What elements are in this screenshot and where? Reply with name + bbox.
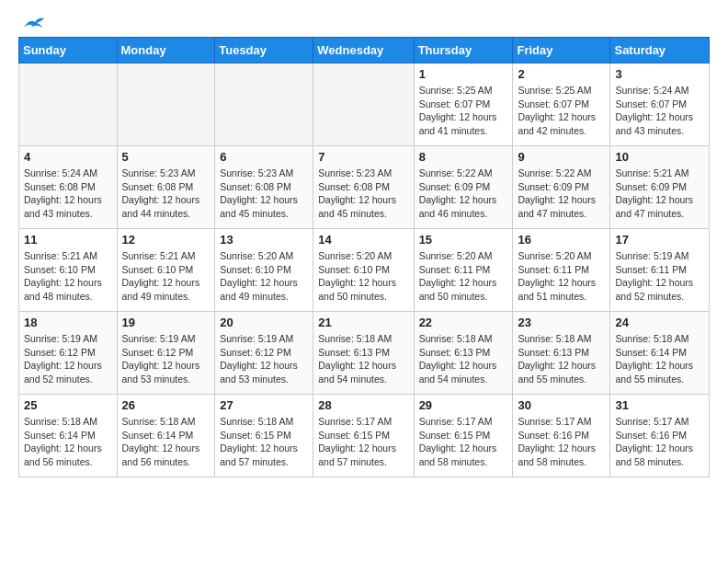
day-info: Sunrise: 5:19 AMSunset: 6:11 PMDaylight:… (615, 249, 704, 304)
day-number: 12 (122, 233, 210, 247)
day-of-week-header: Friday (513, 38, 610, 63)
day-info: Sunrise: 5:20 AMSunset: 6:11 PMDaylight:… (419, 249, 508, 304)
day-number: 7 (318, 150, 408, 164)
day-info: Sunrise: 5:19 AMSunset: 6:12 PMDaylight:… (122, 332, 210, 386)
day-number: 16 (518, 233, 605, 247)
calendar-day-cell: 28Sunrise: 5:17 AMSunset: 6:15 PMDayligh… (313, 395, 414, 477)
day-info: Sunrise: 5:20 AMSunset: 6:10 PMDaylight:… (318, 249, 408, 304)
calendar-day-cell: 31Sunrise: 5:17 AMSunset: 6:16 PMDayligh… (610, 395, 710, 477)
day-of-week-header: Saturday (610, 38, 710, 63)
day-info: Sunrise: 5:18 AMSunset: 6:13 PMDaylight:… (518, 332, 605, 386)
calendar-day-cell: 6Sunrise: 5:23 AMSunset: 6:08 PMDaylight… (215, 146, 313, 229)
day-number: 8 (419, 150, 508, 164)
day-number: 26 (122, 398, 210, 412)
day-info: Sunrise: 5:22 AMSunset: 6:09 PMDaylight:… (419, 167, 508, 221)
day-info: Sunrise: 5:21 AMSunset: 6:10 PMDaylight:… (24, 249, 112, 304)
calendar-day-cell: 10Sunrise: 5:21 AMSunset: 6:09 PMDayligh… (610, 146, 710, 229)
day-info: Sunrise: 5:17 AMSunset: 6:16 PMDaylight:… (518, 415, 605, 469)
calendar-day-cell (117, 63, 215, 146)
day-info: Sunrise: 5:23 AMSunset: 6:08 PMDaylight:… (220, 167, 308, 221)
day-number: 1 (419, 67, 508, 81)
calendar-day-cell: 8Sunrise: 5:22 AMSunset: 6:09 PMDaylight… (414, 146, 513, 229)
day-info: Sunrise: 5:17 AMSunset: 6:15 PMDaylight:… (318, 415, 408, 469)
day-info: Sunrise: 5:20 AMSunset: 6:10 PMDaylight:… (220, 249, 308, 304)
calendar-week-row: 25Sunrise: 5:18 AMSunset: 6:14 PMDayligh… (19, 395, 710, 477)
calendar-day-cell: 16Sunrise: 5:20 AMSunset: 6:11 PMDayligh… (513, 229, 610, 312)
day-number: 17 (615, 233, 704, 247)
calendar-day-cell: 20Sunrise: 5:19 AMSunset: 6:12 PMDayligh… (215, 312, 313, 395)
calendar-day-cell: 7Sunrise: 5:23 AMSunset: 6:08 PMDaylight… (313, 146, 414, 229)
day-number: 23 (518, 316, 605, 329)
day-info: Sunrise: 5:18 AMSunset: 6:13 PMDaylight:… (318, 332, 408, 386)
day-number: 19 (122, 316, 210, 329)
day-info: Sunrise: 5:25 AMSunset: 6:07 PMDaylight:… (419, 84, 508, 138)
day-number: 24 (615, 316, 704, 329)
calendar-day-cell: 12Sunrise: 5:21 AMSunset: 6:10 PMDayligh… (117, 229, 215, 312)
calendar-day-cell: 11Sunrise: 5:21 AMSunset: 6:10 PMDayligh… (19, 229, 118, 312)
day-number: 9 (518, 150, 605, 164)
day-number: 31 (615, 398, 704, 412)
day-number: 29 (419, 398, 508, 412)
day-info: Sunrise: 5:18 AMSunset: 6:14 PMDaylight:… (122, 415, 210, 469)
day-number: 20 (220, 316, 308, 329)
day-info: Sunrise: 5:22 AMSunset: 6:09 PMDaylight:… (518, 167, 605, 221)
day-of-week-header: Thursday (414, 38, 513, 63)
day-number: 2 (518, 67, 605, 81)
calendar-week-row: 18Sunrise: 5:19 AMSunset: 6:12 PMDayligh… (19, 312, 710, 395)
day-info: Sunrise: 5:21 AMSunset: 6:09 PMDaylight:… (615, 167, 704, 221)
calendar-day-cell: 17Sunrise: 5:19 AMSunset: 6:11 PMDayligh… (610, 229, 710, 312)
day-info: Sunrise: 5:17 AMSunset: 6:16 PMDaylight:… (615, 415, 704, 469)
calendar-day-cell: 9Sunrise: 5:22 AMSunset: 6:09 PMDaylight… (513, 146, 610, 229)
calendar-day-cell (313, 63, 414, 146)
calendar-day-cell: 24Sunrise: 5:18 AMSunset: 6:14 PMDayligh… (610, 312, 710, 395)
day-number: 25 (24, 398, 112, 412)
day-info: Sunrise: 5:23 AMSunset: 6:08 PMDaylight:… (318, 167, 408, 221)
calendar-day-cell: 19Sunrise: 5:19 AMSunset: 6:12 PMDayligh… (117, 312, 215, 395)
day-number: 14 (318, 233, 408, 247)
calendar-day-cell: 4Sunrise: 5:24 AMSunset: 6:08 PMDaylight… (19, 146, 118, 229)
calendar-day-cell: 26Sunrise: 5:18 AMSunset: 6:14 PMDayligh… (117, 395, 215, 477)
day-number: 18 (24, 316, 112, 329)
page-header (18, 18, 710, 28)
calendar-day-cell: 27Sunrise: 5:18 AMSunset: 6:15 PMDayligh… (215, 395, 313, 477)
day-number: 22 (419, 316, 508, 329)
day-info: Sunrise: 5:21 AMSunset: 6:10 PMDaylight:… (122, 249, 210, 304)
day-number: 5 (122, 150, 210, 164)
day-of-week-header: Sunday (19, 38, 118, 63)
day-number: 13 (220, 233, 308, 247)
calendar-day-cell: 14Sunrise: 5:20 AMSunset: 6:10 PMDayligh… (313, 229, 414, 312)
calendar-table: SundayMondayTuesdayWednesdayThursdayFrid… (18, 37, 710, 477)
day-number: 30 (518, 398, 605, 412)
day-of-week-header: Tuesday (215, 38, 313, 63)
calendar-day-cell: 22Sunrise: 5:18 AMSunset: 6:13 PMDayligh… (414, 312, 513, 395)
calendar-day-cell: 3Sunrise: 5:24 AMSunset: 6:07 PMDaylight… (610, 63, 710, 146)
day-number: 21 (318, 316, 408, 329)
logo (18, 18, 46, 28)
day-number: 28 (318, 398, 408, 412)
day-of-week-header: Monday (117, 38, 215, 63)
day-info: Sunrise: 5:24 AMSunset: 6:08 PMDaylight:… (24, 167, 112, 221)
calendar-day-cell: 25Sunrise: 5:18 AMSunset: 6:14 PMDayligh… (19, 395, 118, 477)
day-info: Sunrise: 5:17 AMSunset: 6:15 PMDaylight:… (419, 415, 508, 469)
logo-bird-icon (20, 15, 46, 33)
day-number: 10 (615, 150, 704, 164)
day-info: Sunrise: 5:18 AMSunset: 6:14 PMDaylight:… (615, 332, 704, 386)
day-number: 4 (24, 150, 112, 164)
calendar-day-cell: 15Sunrise: 5:20 AMSunset: 6:11 PMDayligh… (414, 229, 513, 312)
day-number: 15 (419, 233, 508, 247)
calendar-day-cell: 1Sunrise: 5:25 AMSunset: 6:07 PMDaylight… (414, 63, 513, 146)
day-info: Sunrise: 5:25 AMSunset: 6:07 PMDaylight:… (518, 84, 605, 138)
calendar-day-cell: 13Sunrise: 5:20 AMSunset: 6:10 PMDayligh… (215, 229, 313, 312)
day-info: Sunrise: 5:18 AMSunset: 6:15 PMDaylight:… (220, 415, 308, 469)
calendar-day-cell: 30Sunrise: 5:17 AMSunset: 6:16 PMDayligh… (513, 395, 610, 477)
day-info: Sunrise: 5:23 AMSunset: 6:08 PMDaylight:… (122, 167, 210, 221)
day-of-week-header: Wednesday (313, 38, 414, 63)
calendar-day-cell: 21Sunrise: 5:18 AMSunset: 6:13 PMDayligh… (313, 312, 414, 395)
day-info: Sunrise: 5:19 AMSunset: 6:12 PMDaylight:… (220, 332, 308, 386)
calendar-week-row: 4Sunrise: 5:24 AMSunset: 6:08 PMDaylight… (19, 146, 710, 229)
day-info: Sunrise: 5:18 AMSunset: 6:14 PMDaylight:… (24, 415, 112, 469)
day-number: 3 (615, 67, 704, 81)
day-info: Sunrise: 5:19 AMSunset: 6:12 PMDaylight:… (24, 332, 112, 386)
day-info: Sunrise: 5:24 AMSunset: 6:07 PMDaylight:… (615, 84, 704, 138)
day-info: Sunrise: 5:18 AMSunset: 6:13 PMDaylight:… (419, 332, 508, 386)
